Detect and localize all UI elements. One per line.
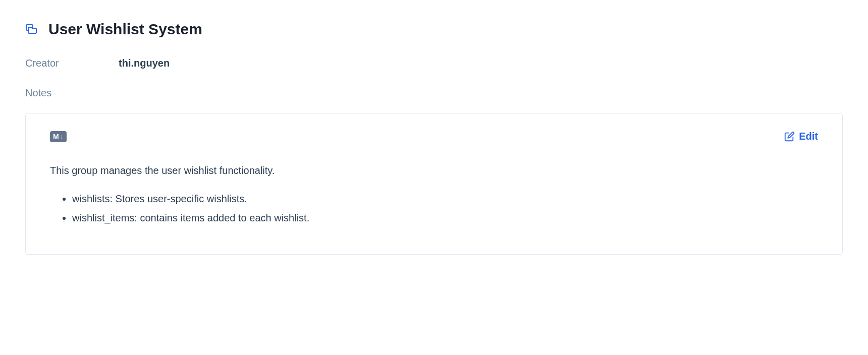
notes-label: Notes — [25, 87, 843, 99]
list-item: wishlists: Stores user-specific wishlist… — [72, 191, 818, 207]
notes-card: M↓ Edit This group manages the user wish… — [25, 113, 843, 255]
markdown-icon: M↓ — [50, 131, 67, 142]
page-container: User Wishlist System Creator thi.nguyen … — [0, 0, 868, 275]
page-title: User Wishlist System — [48, 20, 202, 38]
notes-paragraph: This group manages the user wishlist fun… — [50, 162, 818, 179]
group-folder-icon — [25, 23, 37, 35]
creator-value: thi.nguyen — [119, 57, 170, 69]
creator-row: Creator thi.nguyen — [25, 57, 843, 69]
title-row: User Wishlist System — [25, 20, 843, 38]
notes-body: This group manages the user wishlist fun… — [50, 162, 818, 226]
edit-button-label: Edit — [799, 131, 818, 142]
notes-card-header: M↓ Edit — [50, 131, 818, 142]
notes-list: wishlists: Stores user-specific wishlist… — [50, 191, 818, 226]
list-item: wishlist_items: contains items added to … — [72, 210, 818, 226]
edit-icon — [784, 131, 795, 142]
edit-button[interactable]: Edit — [784, 131, 818, 142]
creator-label: Creator — [25, 57, 119, 69]
